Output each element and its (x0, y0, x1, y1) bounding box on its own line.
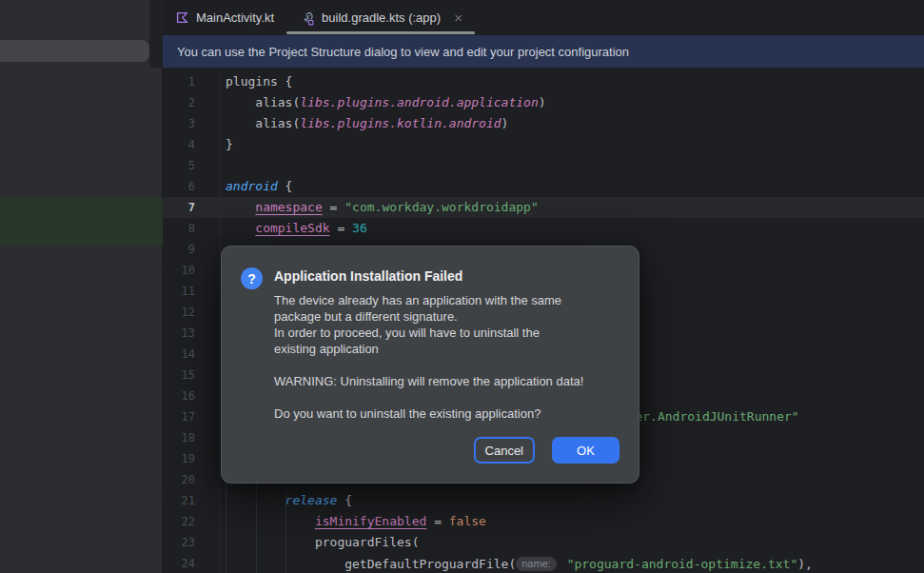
code-line[interactable]: 21release { (163, 490, 924, 511)
code-text: compileSdk = 36 (220, 218, 367, 239)
code-line[interactable]: 24getDefaultProguardFile(name: "proguard… (163, 553, 924, 573)
line-number[interactable]: 14 (163, 344, 195, 365)
line-number[interactable]: 22 (163, 511, 195, 532)
dialog-message: The device already has an application wi… (274, 292, 619, 422)
gutter (195, 155, 220, 176)
project-panel-highlight-green (0, 198, 163, 246)
line-number[interactable]: 9 (163, 239, 195, 260)
code-line[interactable]: 22isMinifyEnabled = false (163, 511, 924, 532)
cancel-button[interactable]: Cancel (474, 437, 535, 464)
gutter (195, 323, 220, 344)
line-number[interactable]: 24 (163, 553, 195, 573)
code-line[interactable]: 23proguardFiles( (163, 532, 924, 553)
gutter (195, 176, 220, 197)
code-line[interactable]: 5 (163, 155, 924, 176)
gutter (195, 511, 220, 532)
line-number[interactable]: 5 (163, 155, 195, 176)
line-number[interactable]: 3 (163, 113, 195, 134)
dialog-buttons: Cancel OK (474, 437, 619, 464)
line-number[interactable]: 1 (163, 71, 195, 92)
code-text: isMinifyEnabled = false (220, 511, 486, 532)
gutter (195, 490, 220, 511)
code-line[interactable]: 6android { (163, 176, 924, 197)
gutter (195, 448, 220, 469)
line-number[interactable]: 7 (163, 197, 195, 218)
code-line[interactable]: 1plugins { (163, 71, 924, 92)
gutter (195, 218, 220, 239)
tab-label: MainActivity.kt (196, 10, 274, 25)
project-panel-selected-item[interactable] (0, 40, 149, 62)
gutter (195, 532, 220, 553)
line-number[interactable]: 13 (163, 323, 195, 344)
close-icon[interactable]: × (454, 10, 462, 25)
code-text: alias(libs.plugins.kotlin.android) (220, 113, 508, 134)
code-text: alias(libs.plugins.android.application) (220, 92, 546, 113)
code-text: } (220, 134, 233, 155)
tab-label: build.gradle.kts (:app) (322, 10, 441, 25)
line-number[interactable]: 8 (163, 218, 195, 239)
code-line[interactable]: 7 namespace = "com.workday.workdroidapp" (163, 197, 924, 218)
code-text: android { (220, 176, 292, 197)
gutter (195, 469, 220, 490)
gradle-file-icon (299, 10, 315, 26)
gutter (195, 427, 220, 448)
kotlin-file-icon (175, 10, 189, 25)
question-icon: ? (241, 267, 263, 289)
line-number[interactable]: 20 (163, 469, 195, 490)
line-number[interactable]: 10 (163, 260, 195, 281)
panel-editor-divider (149, 0, 163, 68)
line-number[interactable]: 23 (163, 532, 195, 553)
line-number[interactable]: 21 (163, 490, 195, 511)
gutter (195, 302, 220, 323)
gutter (195, 406, 220, 427)
gutter (195, 113, 220, 134)
dialog-title: Application Installation Failed (274, 268, 619, 284)
line-number[interactable]: 19 (163, 448, 195, 469)
line-number[interactable]: 12 (163, 302, 195, 323)
gutter (195, 239, 220, 260)
line-number[interactable]: 2 (163, 92, 195, 113)
code-line[interactable]: 8 compileSdk = 36 (163, 218, 924, 239)
gutter (195, 553, 220, 573)
gutter (195, 260, 220, 281)
line-number[interactable]: 17 (163, 406, 195, 427)
project-panel (0, 0, 163, 573)
code-text: proguardFiles( (220, 532, 419, 553)
gutter (195, 71, 220, 92)
banner-text: You can use the Project Structure dialog… (177, 45, 629, 59)
code-line[interactable]: 3 alias(libs.plugins.kotlin.android) (163, 113, 924, 134)
code-text: namespace = "com.workday.workdroidapp" (220, 197, 539, 218)
editor-tab-bar: MainActivity.kt build.gradle.kts (:app) … (163, 0, 924, 35)
line-number[interactable]: 16 (163, 385, 195, 406)
gutter (195, 344, 220, 365)
line-number[interactable]: 18 (163, 427, 195, 448)
code-line[interactable]: 2 alias(libs.plugins.android.application… (163, 92, 924, 113)
code-text: plugins { (220, 71, 292, 92)
code-line[interactable]: 4} (163, 134, 924, 155)
line-number[interactable]: 11 (163, 281, 195, 302)
gutter (195, 92, 220, 113)
gutter (195, 134, 220, 155)
line-number[interactable]: 6 (163, 176, 195, 197)
code-text (220, 155, 226, 176)
project-structure-banner: You can use the Project Structure dialog… (163, 35, 924, 68)
application-installation-failed-dialog: ? Application Installation Failed The de… (221, 246, 639, 484)
gutter (195, 197, 220, 218)
tab-build-gradle-kts[interactable]: build.gradle.kts (:app) × (286, 0, 475, 35)
ok-button[interactable]: OK (552, 437, 619, 464)
gutter (195, 281, 220, 302)
tab-mainactivity-kt[interactable]: MainActivity.kt (163, 0, 286, 35)
line-number[interactable]: 15 (163, 365, 195, 385)
code-text: getDefaultProguardFile(name: "proguard-a… (220, 553, 813, 573)
gutter (195, 365, 220, 385)
line-number[interactable]: 4 (163, 134, 195, 155)
gutter (195, 385, 220, 406)
